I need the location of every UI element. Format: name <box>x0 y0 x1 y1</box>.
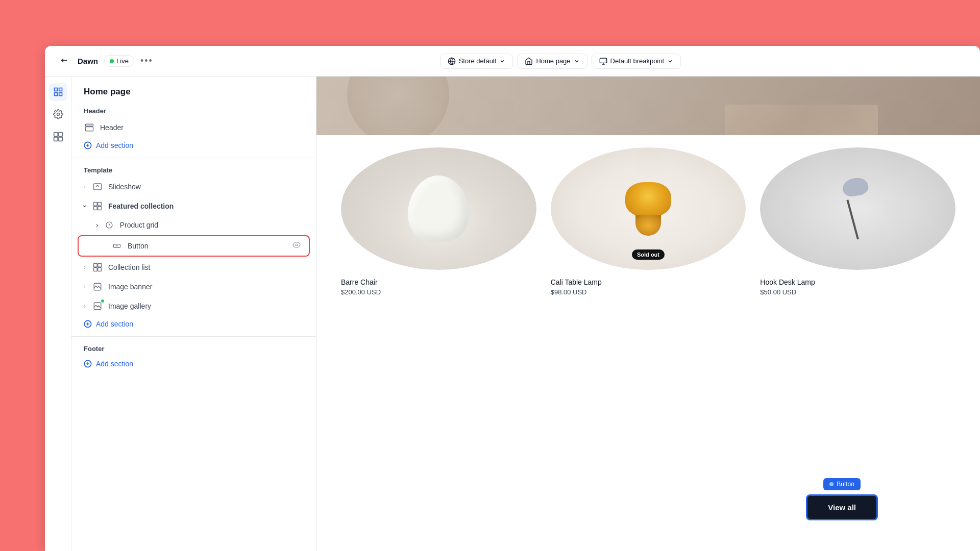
store-default-label: Store default <box>459 57 497 65</box>
svg-rect-8 <box>58 133 62 137</box>
slideshow-item[interactable]: › Slideshow <box>71 177 316 196</box>
product-grid-item[interactable]: › Product grid <box>71 216 316 234</box>
template-group-title: Template <box>71 162 316 177</box>
desk-lamp-shape <box>838 178 878 239</box>
svg-rect-24 <box>94 268 97 271</box>
collection-list-item[interactable]: › Collection list <box>71 258 316 277</box>
slideshow-icon <box>92 181 103 192</box>
add-section-template-button[interactable]: Add section <box>71 316 316 332</box>
product-image-3 <box>760 147 955 270</box>
svg-point-21 <box>296 244 298 246</box>
product-name-2: Cali Table Lamp <box>551 278 746 286</box>
product-price-1: $200.00 USD <box>341 288 536 296</box>
slideshow-label: Slideshow <box>108 183 141 191</box>
add-section-footer-button[interactable]: Add section <box>71 356 316 372</box>
svg-rect-12 <box>86 127 93 131</box>
add-section-header-label: Add section <box>96 141 133 149</box>
button-indicator-dot <box>829 482 834 486</box>
desk-lamp-arm <box>846 199 859 239</box>
home-page-button[interactable]: Home page <box>517 54 587 69</box>
background-pink <box>0 0 980 48</box>
button-item-left: Button <box>111 240 148 252</box>
button-item[interactable]: Button <box>78 235 310 257</box>
svg-rect-10 <box>58 137 62 141</box>
svg-rect-15 <box>94 203 97 206</box>
svg-rect-16 <box>98 203 102 206</box>
home-page-label: Home page <box>536 57 570 65</box>
button-item-label: Button <box>128 242 148 250</box>
main-window: Dawn Live ••• Store default <box>45 46 980 551</box>
product-name-1: Barre Chair <box>341 278 536 286</box>
button-indicator: Button <box>823 478 861 490</box>
add-section-header-button[interactable]: Add section <box>71 137 316 154</box>
header-item[interactable]: Header <box>71 118 316 137</box>
collection-list-chevron: › <box>84 264 86 271</box>
view-all-section: Button View all <box>806 478 878 520</box>
apps-icon-button[interactable] <box>49 128 67 146</box>
add-section-footer-label: Add section <box>96 360 133 368</box>
eye-icon[interactable] <box>292 241 301 251</box>
svg-rect-22 <box>94 264 97 267</box>
product-image-2: Sold out <box>551 147 746 270</box>
sidebar-icons <box>45 77 71 551</box>
desk-lamp-head <box>841 176 869 198</box>
live-label: Live <box>116 57 129 65</box>
svg-point-6 <box>57 113 59 116</box>
svg-rect-5 <box>54 93 57 96</box>
svg-rect-1 <box>600 58 606 63</box>
image-gallery-item[interactable]: › Image gallery <box>71 296 316 316</box>
header-group-title: Header <box>71 103 316 118</box>
image-banner-icon <box>92 281 103 292</box>
divider-1 <box>71 158 316 158</box>
image-banner-label: Image banner <box>108 283 152 291</box>
collection-list-label: Collection list <box>108 263 150 271</box>
lamp-image: Sold out <box>551 147 746 270</box>
live-badge[interactable]: Live <box>104 55 134 67</box>
hero-section <box>316 77 980 135</box>
image-banner-chevron: › <box>84 283 86 290</box>
featured-collection-item[interactable]: › Featured collection <box>71 196 316 216</box>
more-options-button[interactable]: ••• <box>140 56 153 66</box>
button-indicator-label: Button <box>837 481 854 488</box>
preview-inner: Barre Chair $200.00 USD Sold out <box>316 77 980 551</box>
settings-icon-button[interactable] <box>49 105 67 123</box>
sold-out-badge: Sold out <box>632 249 665 260</box>
chair-image <box>341 147 536 270</box>
lamp-base <box>635 215 661 236</box>
breakpoint-button[interactable]: Default breakpoint <box>592 54 681 69</box>
product-grid-label: Product grid <box>120 221 158 229</box>
breakpoint-label: Default breakpoint <box>610 57 665 65</box>
collection-list-icon <box>92 262 103 273</box>
svg-rect-9 <box>54 137 58 141</box>
button-item-icon <box>111 240 122 252</box>
product-grid-icon <box>104 219 115 231</box>
product-price-3: $50.00 USD <box>760 288 955 296</box>
image-banner-item[interactable]: › Image banner <box>71 277 316 296</box>
back-button[interactable] <box>57 54 71 68</box>
desk-lamp-image <box>760 147 955 270</box>
panel-title: Home page <box>71 77 316 103</box>
slideshow-chevron: › <box>84 183 86 190</box>
product-card-2: Sold out Cali Table Lamp $98.00 USD <box>551 147 746 296</box>
sections-icon-button[interactable] <box>49 83 67 101</box>
featured-collection-chevron: › <box>81 205 88 207</box>
header-icon <box>84 122 95 133</box>
products-section: Barre Chair $200.00 USD Sold out <box>316 135 980 308</box>
product-card-3: Hook Desk Lamp $50.00 USD <box>760 147 955 296</box>
chair-shape <box>408 176 469 242</box>
product-price-2: $98.00 USD <box>551 288 746 296</box>
preview-area: Barre Chair $200.00 USD Sold out <box>316 77 980 551</box>
image-gallery-label: Image gallery <box>108 302 151 310</box>
svg-rect-18 <box>98 207 102 210</box>
topbar: Dawn Live ••• Store default <box>45 46 980 77</box>
featured-collection-icon <box>92 201 103 212</box>
content-area: Home page Header Header Add section T <box>45 77 980 551</box>
divider-2 <box>71 336 316 337</box>
store-default-button[interactable]: Store default <box>440 54 513 69</box>
image-gallery-icon <box>92 300 103 312</box>
svg-rect-4 <box>59 93 62 96</box>
svg-rect-11 <box>86 124 93 126</box>
svg-rect-17 <box>94 207 97 210</box>
view-all-button[interactable]: View all <box>806 494 878 520</box>
product-card-1: Barre Chair $200.00 USD <box>341 147 536 296</box>
